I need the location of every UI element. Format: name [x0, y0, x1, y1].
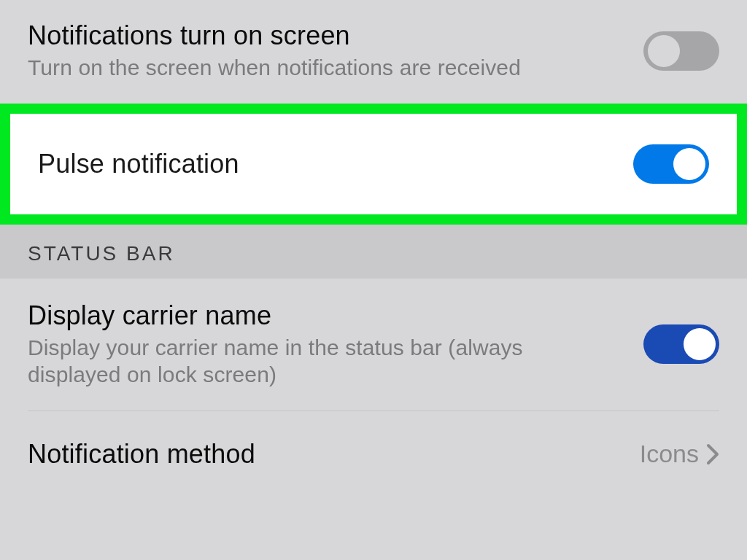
toggle-knob [684, 328, 716, 360]
toggle-pulse-notification[interactable] [633, 144, 709, 184]
toggle-carrier-name[interactable] [643, 324, 719, 364]
setting-text: Notification method [28, 439, 640, 470]
section-header-text: STATUS BAR [28, 242, 719, 265]
chevron-right-icon [706, 443, 719, 465]
section-header-status-bar: STATUS BAR [0, 225, 747, 279]
toggle-knob [648, 35, 680, 67]
setting-notification-method[interactable]: Notification method Icons [0, 411, 747, 497]
toggle-notifications-screen[interactable] [643, 31, 719, 71]
setting-title: Display carrier name [28, 300, 622, 331]
setting-title: Pulse notification [38, 149, 611, 179]
setting-title: Notifications turn on screen [28, 20, 622, 51]
setting-text: Display carrier name Display your carrie… [28, 300, 643, 389]
setting-subtitle: Turn on the screen when notifications ar… [28, 54, 622, 82]
setting-text: Notifications turn on screen Turn on the… [28, 20, 643, 82]
setting-text: Pulse notification [38, 149, 633, 179]
setting-display-carrier-name[interactable]: Display carrier name Display your carrie… [0, 279, 747, 411]
setting-value-container: Icons [640, 440, 719, 468]
toggle-knob [673, 148, 705, 180]
setting-subtitle: Display your carrier name in the status … [28, 334, 622, 389]
setting-pulse-notification[interactable]: Pulse notification [0, 104, 747, 225]
setting-title: Notification method [28, 439, 618, 470]
settings-list: Notifications turn on screen Turn on the… [0, 0, 747, 560]
setting-notifications-turn-on-screen[interactable]: Notifications turn on screen Turn on the… [0, 0, 747, 104]
setting-value: Icons [640, 440, 699, 468]
